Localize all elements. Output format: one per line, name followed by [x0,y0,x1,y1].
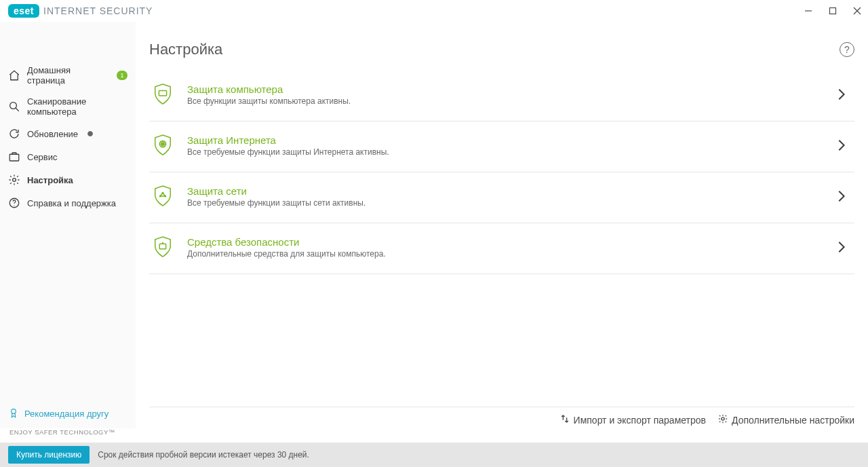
sidebar: Домашняя страница 1 Сканирование компьют… [0,22,136,428]
sidebar-item-setup[interactable]: Настройка [0,168,136,191]
svg-line-5 [16,108,19,111]
tile-network-protection[interactable]: Защита сети Все требуемые функции защиты… [149,172,854,223]
chevron-right-icon [834,88,850,100]
svg-point-10 [12,409,16,414]
advanced-settings-link[interactable]: Дополнительные настройки [718,414,854,426]
gear-icon [718,414,728,426]
page-help-button[interactable]: ? [840,42,854,57]
eset-logo: eset [8,4,39,18]
tile-title: Защита компьютера [187,83,822,95]
magnifier-icon [8,100,20,113]
svg-point-4 [10,102,17,109]
window-maximize-icon[interactable] [827,5,838,16]
tile-internet-protection[interactable]: Защита Интернета Все требуемые функции з… [149,122,854,172]
footer-link-label: Импорт и экспорт параметров [574,415,706,426]
svg-point-9 [14,205,14,206]
chevron-right-icon [834,241,850,253]
titlebar: eset INTERNET SECURITY [0,0,868,22]
gear-icon [8,174,20,186]
tile-title: Защита Интернета [187,134,822,146]
award-icon [8,407,19,420]
home-icon [8,69,20,81]
sidebar-item-label: Настройка [27,175,73,185]
svg-rect-1 [830,8,836,14]
tile-title: Защита сети [187,185,822,197]
tile-subtitle: Все функции защиты компьютера активны. [187,96,822,106]
sidebar-item-label: Обновление [27,129,78,139]
sidebar-item-label: Справка и поддержка [27,198,116,208]
shield-monitor-icon [151,83,175,106]
tile-subtitle: Все требуемые функции защиты Интернета а… [187,147,822,157]
svg-rect-16 [159,244,165,249]
buy-license-button[interactable]: Купить лицензию [8,446,90,464]
tile-subtitle: Все требуемые функции защиты сети активн… [187,198,822,208]
briefcase-icon [8,151,20,163]
notification-badge: 1 [117,71,127,80]
product-name: INTERNET SECURITY [43,5,153,16]
window-minimize-icon[interactable] [803,5,814,16]
main-footer: Импорт и экспорт параметров Дополнительн… [149,407,854,428]
sidebar-item-home[interactable]: Домашняя страница 1 [0,60,136,91]
import-export-icon [560,414,570,426]
sidebar-item-label: Сервис [27,152,58,162]
help-circle-icon [8,197,20,209]
refresh-icon [8,128,20,140]
recommend-link[interactable]: Рекомендация другу [0,399,136,428]
shield-globe-icon [151,134,175,157]
chevron-right-icon [834,139,850,151]
sidebar-item-update[interactable]: Обновление [0,122,136,145]
footer-link-label: Дополнительные настройки [732,415,854,426]
tile-security-tools[interactable]: Средства безопасности Дополнительные сре… [149,223,854,274]
svg-rect-6 [9,154,19,161]
shield-tools-icon [151,236,175,259]
tagline: ENJOY SAFER TECHNOLOGY™ [0,428,868,443]
brand: eset INTERNET SECURITY [8,4,153,18]
svg-point-17 [722,417,724,420]
tile-computer-protection[interactable]: Защита компьютера Все функции защиты ком… [149,71,854,122]
sidebar-item-label: Домашняя страница [27,65,107,86]
update-indicator-icon [87,131,93,136]
chevron-right-icon [834,190,850,202]
sidebar-item-scan[interactable]: Сканирование компьютера [0,91,136,122]
sidebar-item-tools[interactable]: Сервис [0,145,136,168]
window-close-icon[interactable] [852,5,863,16]
svg-rect-11 [159,90,166,96]
sidebar-item-label: Сканирование компьютера [27,96,127,117]
sidebar-item-help[interactable]: Справка и поддержка [0,191,136,214]
recommend-label: Рекомендация другу [24,409,108,419]
shield-network-icon [151,185,175,208]
page-title: Настройка [149,41,222,58]
tile-title: Средства безопасности [187,236,822,248]
main-panel: Настройка ? Защита компьютера Все функци… [136,22,868,428]
svg-point-7 [13,179,16,182]
tile-subtitle: Дополнительные средства для защиты компь… [187,249,822,259]
import-export-link[interactable]: Импорт и экспорт параметров [560,414,706,426]
statusbar: Купить лицензию Срок действия пробной ве… [0,443,868,467]
trial-status: Срок действия пробной версии истекает че… [98,450,309,460]
